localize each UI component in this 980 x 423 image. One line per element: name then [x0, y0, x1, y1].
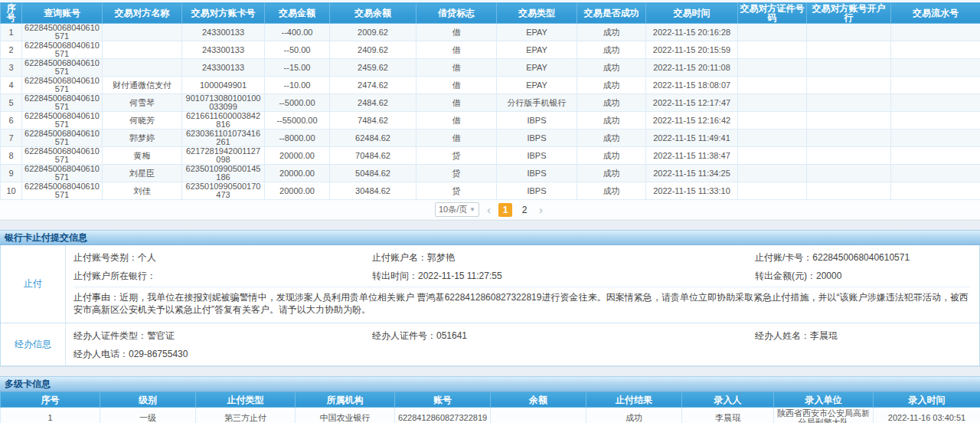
- table-cell: 成功: [577, 165, 646, 182]
- table-cell: [891, 165, 980, 182]
- next-page-button[interactable]: ›: [537, 204, 545, 215]
- table-cell: [738, 24, 807, 41]
- table-cell: [807, 94, 891, 112]
- field-handler-id-number: 经办人证件号：051641: [372, 330, 755, 343]
- table-cell: 20000.00: [265, 147, 330, 165]
- page-size-select[interactable]: 10条/页 ▼: [435, 202, 479, 217]
- table-cell: 贷: [416, 165, 497, 182]
- table-cell: 借: [416, 94, 497, 112]
- table-cell: [807, 41, 891, 59]
- table-cell: 借: [416, 130, 497, 147]
- table-cell: 6228450068040610571: [22, 24, 103, 41]
- table-cell: 中国农业银行: [296, 408, 395, 423]
- table-cell: 6228450068040610571: [22, 112, 103, 130]
- table-cell: [891, 77, 980, 94]
- table-cell: 一级: [100, 408, 196, 423]
- column-header: 账号: [395, 392, 491, 408]
- table-cell: [807, 77, 891, 94]
- pagination-bar: 10条/页 ▼ ‹ 1 2 ›: [0, 200, 980, 220]
- table-cell: --50.00: [265, 41, 330, 59]
- table-row: 46228450068040610571财付通微信支付1000049901--1…: [1, 77, 980, 94]
- column-header: 交易余额: [330, 3, 416, 24]
- table-cell: 243300133: [182, 59, 265, 77]
- column-header: 交易类型: [497, 3, 577, 24]
- field-row: 经办人证件类型：警官证 经办人证件号：051641 经办人姓名：李晨琨: [74, 326, 970, 345]
- transactions-table-header: 序号查询账号交易对方名称交易对方账卡号交易金额交易余额借贷标志交易类型交易是否成…: [1, 3, 980, 24]
- field-account-category: 止付账号类别：个人: [74, 251, 372, 264]
- section-divider: [0, 366, 980, 376]
- stop-payment-group-content: 止付账号类别：个人 止付账户名：郭梦艳 止付账/卡号：6228450068040…: [66, 245, 979, 323]
- table-cell: 2022-11-15 20:11:08: [646, 59, 738, 77]
- table-cell: 黄梅: [103, 147, 182, 165]
- table-cell: --10.00: [265, 77, 330, 94]
- table-cell: 6228450068040610571: [22, 182, 103, 200]
- column-header: 序号: [1, 3, 22, 24]
- table-cell: 成功: [577, 77, 646, 94]
- column-header: 录入时间: [874, 392, 980, 408]
- table-cell: 9: [1, 165, 22, 182]
- table-cell: --55000.00: [265, 112, 330, 130]
- page-button-1[interactable]: 1: [498, 203, 512, 217]
- table-cell: [491, 408, 586, 423]
- table-cell: 1000049901: [182, 77, 265, 94]
- column-header: 序号: [1, 392, 100, 408]
- table-cell: 6235010990500145186: [182, 165, 265, 182]
- table-cell: 6: [1, 112, 22, 130]
- table-cell: 1: [1, 24, 22, 41]
- table-row: 86228450068040610571黄梅621728194200112709…: [1, 147, 980, 165]
- table-cell: 2022-11-15 11:38:47: [646, 147, 738, 165]
- table-cell: 借: [416, 41, 497, 59]
- table-cell: 2022-11-15 11:49:41: [646, 130, 738, 147]
- field-transfer-time: 转出时间：2022-11-15 11:27:55: [372, 270, 755, 283]
- table-cell: IBPS: [497, 165, 577, 182]
- chevron-down-icon: ▼: [469, 206, 475, 213]
- field-transfer-amount: 转出金额(元)：20000: [755, 270, 970, 283]
- table-cell: 9010713080100100033099: [182, 94, 265, 112]
- field-handler-name: 经办人姓名：李晨琨: [755, 330, 970, 343]
- table-cell: 2022-11-16 03:40:51: [874, 408, 980, 423]
- table-cell: [738, 182, 807, 200]
- table-cell: [807, 112, 891, 130]
- table-cell: 8: [1, 147, 22, 165]
- table-cell: 2484.62: [330, 94, 416, 112]
- table-cell: 贷: [416, 182, 497, 200]
- table-cell: 成功: [577, 59, 646, 77]
- table-cell: [738, 41, 807, 59]
- table-row: 1一级第三方止付中国农业银行6228412860827322819成功李晨琨陕西…: [1, 408, 980, 423]
- field-account-name: 止付账户名：郭梦艳: [372, 251, 755, 264]
- column-header: 交易对方名称: [103, 3, 182, 24]
- table-cell: 刘星臣: [103, 165, 182, 182]
- table-cell: EPAY: [497, 24, 577, 41]
- handler-group-label: 经办信息: [1, 323, 66, 366]
- table-cell: 6228450068040610571: [22, 130, 103, 147]
- field-card-number: 止付账/卡号：6228450068040610571: [755, 251, 970, 264]
- table-cell: 6228450068040610571: [22, 147, 103, 165]
- table-cell: 3: [1, 59, 22, 77]
- column-header: 止付类型: [196, 392, 296, 408]
- table-cell: [103, 41, 182, 59]
- field-handler-phone: 经办人电话：029-86755430: [74, 348, 372, 361]
- table-cell: 2022-11-15 12:17:47: [646, 94, 738, 112]
- page-button-2[interactable]: 2: [518, 203, 531, 217]
- table-cell: 成功: [577, 94, 646, 112]
- table-cell: 何雪琴: [103, 94, 182, 112]
- prev-page-button[interactable]: ‹: [485, 204, 493, 215]
- table-cell: 2022-11-15 18:08:07: [646, 77, 738, 94]
- table-cell: 刘佳: [103, 182, 182, 200]
- table-cell: --8000.00: [265, 130, 330, 147]
- table-cell: 成功: [577, 182, 646, 200]
- table-cell: 243300133: [182, 41, 265, 59]
- table-cell: 4: [1, 77, 22, 94]
- table-cell: [891, 94, 980, 112]
- table-cell: 成功: [586, 408, 682, 423]
- column-header: 止付结果: [586, 392, 682, 408]
- table-row: 76228450068040610571郭梦婷62303611010734162…: [1, 130, 980, 147]
- field-row: 止付账户所在银行： 转出时间：2022-11-15 11:27:55 转出金额(…: [74, 267, 970, 285]
- table-cell: 2474.62: [330, 77, 416, 94]
- table-cell: [807, 182, 891, 200]
- table-cell: 借: [416, 59, 497, 77]
- table-cell: IBPS: [497, 147, 577, 165]
- table-row: 96228450068040610571刘星臣62350109905001451…: [1, 165, 980, 182]
- column-header: 查询账号: [22, 3, 103, 24]
- table-cell: 贷: [416, 147, 497, 165]
